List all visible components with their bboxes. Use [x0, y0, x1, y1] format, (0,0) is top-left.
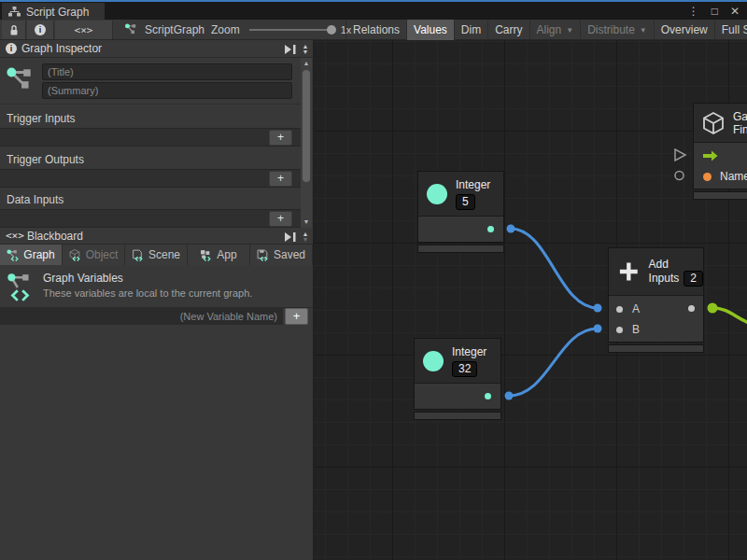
fullscreen-button[interactable]: Full Screen	[714, 20, 747, 40]
port-label: A	[632, 302, 640, 315]
graph-variables-icon	[7, 65, 35, 93]
add-trigger-output-button[interactable]: +	[269, 171, 292, 187]
graph-variables-title: Graph Variables	[43, 272, 123, 285]
tab-graph[interactable]: Graph	[0, 245, 62, 265]
wire-endpoint[interactable]	[505, 392, 514, 400]
relations-button[interactable]: Relations	[345, 20, 406, 40]
panel-empty-area	[0, 325, 313, 520]
scroll-up-icon[interactable]: ▲	[301, 60, 312, 66]
script-graph-icon	[124, 23, 138, 36]
graph-canvas[interactable]: Integer 5 Integer 32	[314, 40, 747, 560]
trigger-inputs-list: +	[0, 128, 301, 147]
data-input-port[interactable]	[675, 172, 684, 180]
chevron-down-icon: ▼	[566, 26, 573, 35]
tab-app[interactable]: App	[188, 245, 249, 265]
node-title: Find	[733, 123, 747, 136]
node-footer	[693, 191, 747, 200]
new-variable-input[interactable]	[0, 308, 283, 325]
window-menu-icon[interactable]: ⋮	[688, 5, 699, 18]
port-row-a: A	[609, 299, 703, 319]
scrollbar-thumb[interactable]	[303, 70, 310, 182]
distribute-dropdown[interactable]: Distribute ▼	[580, 20, 654, 40]
wire-endpoint[interactable]	[708, 303, 718, 314]
add-trigger-input-button[interactable]: +	[269, 130, 292, 146]
section-trigger-inputs: Trigger Inputs	[7, 112, 76, 125]
wire-endpoint[interactable]	[594, 325, 602, 333]
titlebar: Script Graph ⋮ □ ✕	[0, 0, 747, 20]
wire-endpoint[interactable]	[594, 304, 602, 313]
expand-panel-icon[interactable]	[285, 45, 296, 54]
dim-button[interactable]: Dim	[454, 20, 487, 40]
code-view-button[interactable]: <×>	[55, 21, 113, 39]
node-title: Add	[649, 258, 703, 271]
new-variable-row: +	[0, 308, 313, 325]
trigger-port-row	[694, 146, 747, 166]
wire-endpoint[interactable]	[507, 225, 515, 233]
lock-button[interactable]	[2, 21, 26, 39]
trigger-outputs-list: +	[0, 169, 301, 188]
scroll-down-icon[interactable]: ▼	[300, 237, 311, 243]
scroll-down-icon[interactable]: ▼	[300, 49, 311, 55]
inspector-scrollbar[interactable]: ▲ ▼	[301, 58, 312, 228]
gameobject-find-node[interactable]: Game Object Find Name	[693, 103, 747, 189]
zoom-slider[interactable]	[249, 29, 333, 31]
tab-label: Script Graph	[26, 6, 89, 19]
inspector-toggle-button[interactable]: i	[27, 21, 54, 39]
zoom-label: Zoom	[211, 23, 240, 36]
align-dropdown[interactable]: Align ▼	[529, 20, 581, 40]
saved-tab-icon	[257, 249, 269, 261]
integer-value-field[interactable]: 32	[452, 361, 477, 377]
add-variable-button[interactable]: +	[285, 308, 308, 325]
integer-value-field[interactable]: 5	[456, 194, 475, 210]
node-footer	[417, 245, 504, 253]
tab-saved[interactable]: Saved	[250, 245, 312, 265]
add-node[interactable]: Add Inputs 2 A B	[608, 247, 704, 343]
info-icon: i	[35, 24, 46, 35]
tab-scene[interactable]: Scene	[125, 245, 187, 265]
graph-inspector-body: Trigger Inputs + Trigger Outputs + Data …	[0, 58, 313, 228]
app-tab-icon	[200, 249, 212, 261]
tab-object[interactable]: Object	[63, 245, 124, 265]
node-subtitle: Game Object	[733, 110, 747, 123]
output-port[interactable]	[485, 393, 491, 399]
graph-toolbar: i <×> ScriptGraph Zoom 1x Relations Valu…	[0, 20, 747, 40]
values-button[interactable]: Values	[406, 20, 454, 40]
control-input-port[interactable]	[675, 149, 685, 161]
graph-breadcrumb[interactable]: ScriptGraph	[124, 20, 204, 40]
output-port[interactable]	[688, 305, 695, 312]
carry-button[interactable]: Carry	[487, 20, 529, 40]
zoom-slider-handle[interactable]	[327, 25, 336, 35]
node-title: Integer	[452, 345, 486, 358]
integer-node-5[interactable]: Integer 5	[417, 171, 504, 243]
section-data-inputs: Data Inputs	[7, 193, 63, 206]
data-inputs-list: +	[0, 209, 301, 228]
wire-int5-to-a[interactable]	[511, 229, 598, 308]
maximize-icon[interactable]: □	[712, 5, 718, 18]
name-input-port[interactable]	[703, 173, 712, 181]
cube-icon	[701, 111, 726, 135]
add-data-input-button[interactable]: +	[269, 211, 292, 227]
input-port-b[interactable]	[616, 327, 623, 333]
integer-node-32[interactable]: Integer 32	[414, 338, 501, 410]
input-port-a[interactable]	[616, 306, 623, 313]
node-title: Integer	[456, 178, 490, 191]
green-arrow-icon[interactable]	[702, 150, 718, 161]
scroll-down-icon[interactable]: ▼	[301, 218, 312, 225]
wire-add-output[interactable]	[712, 308, 747, 325]
output-port[interactable]	[487, 226, 494, 232]
expand-panel-icon[interactable]	[285, 232, 296, 242]
inputs-count-field[interactable]: 2	[684, 271, 703, 287]
overview-button[interactable]: Overview	[654, 20, 714, 40]
side-panel: i Graph Inspector ▲ ▼ Tr	[0, 40, 314, 560]
inspector-title: Graph Inspector	[21, 42, 102, 55]
summary-input[interactable]	[42, 82, 292, 99]
title-input[interactable]	[42, 63, 292, 80]
close-icon[interactable]: ✕	[730, 5, 740, 18]
lock-icon	[8, 24, 20, 36]
port-row-b: B	[609, 319, 703, 340]
tab-script-graph[interactable]: Script Graph	[2, 3, 105, 21]
port-label: Name	[720, 170, 747, 183]
graph-tab-icon	[7, 249, 19, 261]
wire-int32-to-b[interactable]	[509, 329, 598, 396]
graph-name: ScriptGraph	[145, 23, 204, 36]
